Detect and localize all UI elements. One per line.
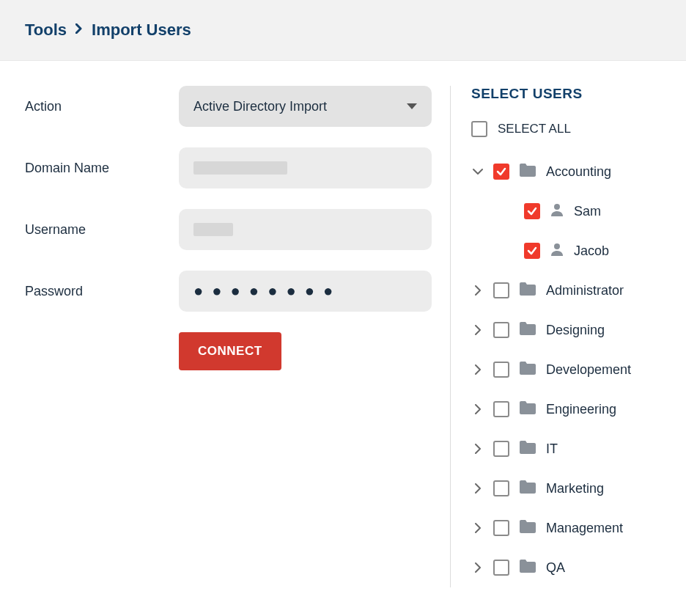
tree-group-row: IT <box>471 429 661 469</box>
checkbox[interactable] <box>493 441 509 457</box>
tree-group: QA <box>471 548 661 587</box>
action-select[interactable]: Active Directory Import <box>179 86 432 127</box>
folder-icon <box>518 360 537 379</box>
person-icon <box>549 241 565 260</box>
folder-icon <box>518 162 537 181</box>
chevron-right-icon[interactable] <box>471 285 484 296</box>
domain-row: Domain Name <box>25 147 435 188</box>
checkbox[interactable] <box>493 401 509 417</box>
tree-group-row: Designing <box>471 310 661 350</box>
checkbox[interactable] <box>493 282 509 298</box>
tree-group-label[interactable]: Administrator <box>546 283 624 298</box>
page-header: Tools Import Users <box>0 0 686 61</box>
tree-group-label[interactable]: IT <box>546 441 558 457</box>
breadcrumb-current: Import Users <box>92 21 191 40</box>
tree-group: IT <box>471 429 661 469</box>
password-label: Password <box>25 284 179 299</box>
select-all-row: SELECT ALL <box>471 121 661 137</box>
tree-group-row: Marketing <box>471 469 661 508</box>
tree-group-row: Developement <box>471 350 661 389</box>
tree-group-label[interactable]: Management <box>546 521 623 536</box>
action-label: Action <box>25 99 179 114</box>
tree-group-label[interactable]: Developement <box>546 362 631 378</box>
users-panel: SELECT USERS SELECT ALL AccountingSamJac… <box>450 86 661 587</box>
redacted-value <box>193 223 233 236</box>
chevron-right-icon[interactable] <box>471 325 484 335</box>
domain-label: Domain Name <box>25 161 179 176</box>
dropdown-caret-icon <box>407 103 417 109</box>
tree-children: SamJacob <box>471 191 661 271</box>
folder-icon <box>518 439 537 458</box>
checkbox[interactable] <box>493 520 509 536</box>
button-row: CONNECT <box>25 332 435 370</box>
tree-group-label[interactable]: Marketing <box>546 481 604 496</box>
password-row: Password ●●●●●●●● <box>25 271 435 312</box>
main-content: Action Active Directory Import Domain Na… <box>0 61 686 587</box>
chevron-right-icon[interactable] <box>471 483 484 494</box>
folder-icon <box>518 281 537 300</box>
tree-group: Developement <box>471 350 661 389</box>
tree-group: Engineering <box>471 389 661 429</box>
chevron-right-icon <box>75 23 83 37</box>
tree-group-label[interactable]: QA <box>546 560 565 576</box>
chevron-right-icon[interactable] <box>471 444 484 454</box>
tree-group: Administrator <box>471 271 661 310</box>
select-all-checkbox[interactable] <box>471 121 487 137</box>
tree-group-row: QA <box>471 548 661 587</box>
checkbox[interactable] <box>493 480 509 496</box>
select-all-label: SELECT ALL <box>498 122 571 136</box>
tree-group-row: Accounting <box>471 152 661 191</box>
chevron-right-icon[interactable] <box>471 364 484 375</box>
users-panel-title: SELECT USERS <box>471 86 661 102</box>
svg-point-0 <box>554 204 560 210</box>
tree-group-label[interactable]: Accounting <box>546 164 611 180</box>
action-row: Action Active Directory Import <box>25 86 435 127</box>
tree-user-label[interactable]: Jacob <box>574 243 609 259</box>
checkbox[interactable] <box>493 164 509 180</box>
chevron-right-icon[interactable] <box>471 404 484 414</box>
tree-user-label[interactable]: Sam <box>574 204 601 219</box>
checkbox[interactable] <box>524 243 540 259</box>
chevron-right-icon[interactable] <box>471 562 484 573</box>
checkbox[interactable] <box>493 362 509 378</box>
checkbox[interactable] <box>493 560 509 576</box>
checkbox[interactable] <box>524 203 540 219</box>
person-icon <box>549 202 565 221</box>
tree-group-row: Engineering <box>471 389 661 429</box>
checkbox[interactable] <box>493 322 509 338</box>
chevron-down-icon[interactable] <box>471 166 484 177</box>
tree-user-row: Jacob <box>524 231 661 271</box>
redacted-value <box>193 161 287 175</box>
folder-icon <box>518 320 537 340</box>
username-label: Username <box>25 222 179 238</box>
tree-group-row: Management <box>471 508 661 548</box>
password-input[interactable]: ●●●●●●●● <box>179 271 432 312</box>
tree-group: Marketing <box>471 469 661 508</box>
breadcrumb-parent[interactable]: Tools <box>25 21 67 40</box>
tree-group-label[interactable]: Designing <box>546 323 605 338</box>
folder-icon <box>518 558 537 577</box>
username-row: Username <box>25 209 435 250</box>
breadcrumb: Tools Import Users <box>25 21 661 40</box>
password-mask: ●●●●●●●● <box>193 282 342 301</box>
username-input[interactable] <box>179 209 432 250</box>
folder-icon <box>518 400 537 419</box>
folder-icon <box>518 479 537 498</box>
tree-group-row: Administrator <box>471 271 661 310</box>
tree-group: Management <box>471 508 661 548</box>
tree-group: Designing <box>471 310 661 350</box>
tree-user-row: Sam <box>524 191 661 231</box>
folder-icon <box>518 518 537 538</box>
tree-group-label[interactable]: Engineering <box>546 402 616 417</box>
action-select-value: Active Directory Import <box>193 99 327 114</box>
user-tree: AccountingSamJacobAdministratorDesigning… <box>471 152 661 587</box>
tree-group: AccountingSamJacob <box>471 152 661 271</box>
form-panel: Action Active Directory Import Domain Na… <box>25 86 450 587</box>
chevron-right-icon[interactable] <box>471 523 484 533</box>
domain-input[interactable] <box>179 147 432 188</box>
connect-button[interactable]: CONNECT <box>179 332 281 370</box>
svg-point-1 <box>554 243 560 249</box>
